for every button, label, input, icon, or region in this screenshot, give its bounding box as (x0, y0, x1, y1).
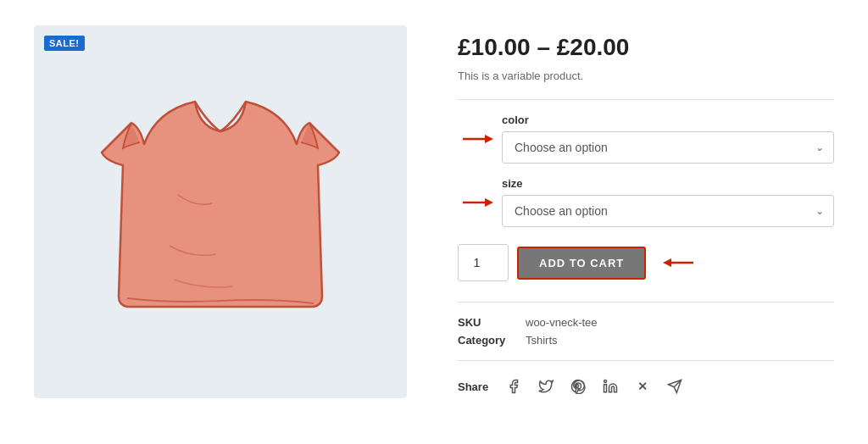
svg-marker-5 (663, 258, 671, 267)
sku-row: SKU woo-vneck-tee (458, 316, 834, 329)
add-to-cart-button[interactable]: ADD TO CART (517, 247, 646, 280)
pinterest-share-icon[interactable] (566, 375, 590, 398)
sku-label: SKU (458, 316, 526, 329)
size-label: size (502, 177, 834, 190)
product-image (93, 76, 348, 347)
color-select-wrapper: Choose an option Red Blue Green ⌄ (502, 131, 834, 164)
product-image-wrapper: SALE! (34, 25, 407, 398)
color-variation-row: color Choose an option Red Blue Green ⌄ (458, 114, 834, 164)
color-label: color (502, 114, 834, 126)
svg-rect-6 (604, 385, 607, 392)
twitter-share-icon[interactable] (534, 375, 558, 398)
size-arrow-annotation (458, 194, 498, 211)
quantity-input[interactable]: 1 (458, 244, 509, 281)
share-row: Share (458, 360, 834, 398)
product-price: £10.00 – £20.00 (458, 34, 834, 61)
sale-badge: SALE! (44, 36, 85, 51)
size-variation-row: size Choose an option Small Medium Large… (458, 177, 834, 227)
sku-value: woo-vneck-tee (526, 316, 598, 329)
color-arrow-annotation (458, 130, 498, 147)
color-select[interactable]: Choose an option Red Blue Green (502, 131, 834, 164)
category-label: Category (458, 334, 526, 347)
product-image-section: SALE! (34, 25, 424, 398)
size-select-wrapper: Choose an option Small Medium Large XL ⌄ (502, 195, 834, 227)
product-description: This is a variable product. (458, 69, 834, 82)
product-meta: SKU woo-vneck-tee Category Tshirts (458, 302, 834, 347)
divider-1 (458, 99, 834, 100)
add-to-cart-row: 1 ADD TO CART (458, 244, 834, 281)
telegram-share-icon[interactable] (663, 375, 687, 398)
category-row: Category Tshirts (458, 334, 834, 347)
product-details-section: £10.00 – £20.00 This is a variable produ… (424, 25, 834, 398)
arrow-left-cart-icon (661, 254, 695, 271)
size-select[interactable]: Choose an option Small Medium Large XL (502, 195, 834, 227)
color-variation-body: color Choose an option Red Blue Green ⌄ (502, 114, 834, 164)
arrow-right-color-icon (461, 130, 495, 147)
linkedin-share-icon[interactable] (598, 375, 622, 398)
svg-marker-3 (485, 198, 493, 207)
category-value: Tshirts (526, 334, 558, 347)
share-label: Share (458, 380, 488, 393)
svg-point-7 (604, 380, 607, 383)
facebook-share-icon[interactable] (502, 375, 526, 398)
page-container: SALE! £10.00 – £20.00 This is (0, 0, 868, 444)
xing-share-icon[interactable]: ✕ (631, 375, 654, 398)
arrow-right-size-icon (461, 194, 495, 211)
add-to-cart-arrow-annotation (661, 254, 695, 271)
size-variation-body: size Choose an option Small Medium Large… (502, 177, 834, 227)
svg-marker-1 (485, 135, 493, 143)
